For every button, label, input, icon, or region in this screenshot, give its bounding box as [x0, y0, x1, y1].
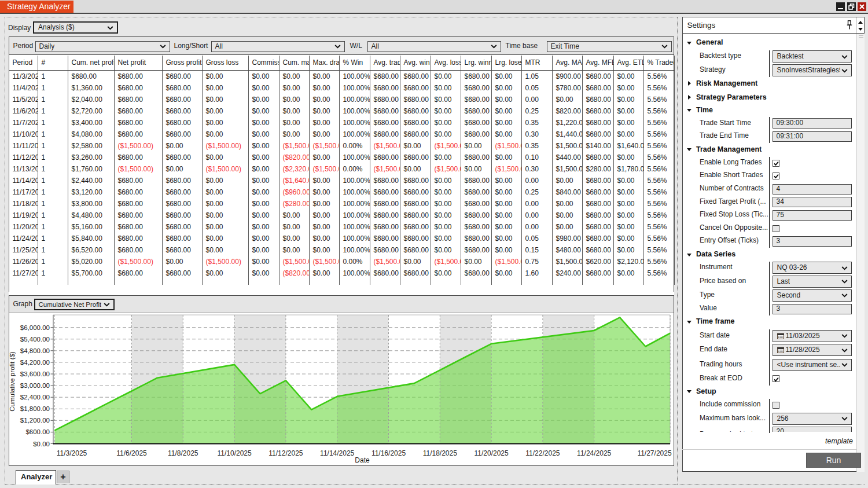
svg-text:$3,000.00: $3,000.00: [20, 382, 50, 389]
svg-text:11/22/2025: 11/22/2025: [525, 449, 560, 457]
svg-text:11/12/2025: 11/12/2025: [269, 449, 303, 457]
svg-text:$1,200.00: $1,200.00: [20, 417, 50, 424]
svg-text:$600.00: $600.00: [25, 428, 50, 435]
svg-text:11/27/2025: 11/27/2025: [637, 449, 671, 457]
svg-text:$3,600.00: $3,600.00: [20, 370, 50, 377]
svg-text:11/6/2025: 11/6/2025: [116, 449, 147, 457]
svg-text:11/8/2025: 11/8/2025: [168, 449, 198, 457]
svg-text:$6,000.00: $6,000.00: [20, 324, 50, 331]
svg-text:11/3/2025: 11/3/2025: [57, 449, 87, 457]
svg-text:$1,800.00: $1,800.00: [20, 405, 50, 412]
svg-text:11/24/2025: 11/24/2025: [577, 449, 611, 457]
svg-text:$4,200.00: $4,200.00: [20, 359, 50, 366]
svg-text:$0.00: $0.00: [33, 441, 50, 447]
svg-text:$2,400.00: $2,400.00: [20, 394, 50, 401]
svg-text:Cumulative profit ($): Cumulative profit ($): [9, 351, 16, 412]
svg-text:11/14/2025: 11/14/2025: [320, 449, 354, 457]
svg-text:Date: Date: [355, 456, 370, 464]
svg-text:$4,800.00: $4,800.00: [20, 347, 50, 354]
svg-text:11/10/2025: 11/10/2025: [218, 449, 252, 457]
svg-text:11/20/2025: 11/20/2025: [475, 449, 509, 457]
svg-text:11/18/2025: 11/18/2025: [423, 449, 457, 457]
svg-text:$5,400.00: $5,400.00: [20, 336, 50, 343]
svg-text:11/16/2025: 11/16/2025: [372, 449, 406, 457]
